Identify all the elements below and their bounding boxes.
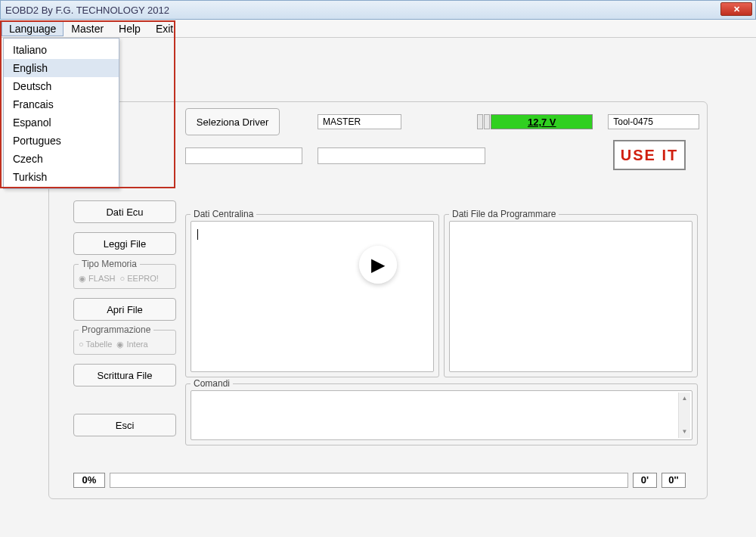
seleziona-driver-button[interactable]: Seleziona Driver [185, 108, 280, 135]
language-dropdown: Italiano English Deutsch Francais Espano… [3, 38, 119, 189]
radio-intera[interactable]: Intera [116, 340, 147, 349]
dati-file-text[interactable] [449, 221, 692, 372]
radio-eeprom[interactable]: EEPRO! [120, 274, 159, 284]
voltage-seg-2 [484, 114, 490, 129]
programmazione-label: Programmazione [79, 324, 153, 335]
mid-field-2 [318, 147, 485, 164]
apri-file-button[interactable]: Apri File [73, 298, 176, 321]
text-cursor [197, 229, 198, 240]
scroll-up-icon[interactable]: ▲ [679, 393, 690, 405]
dati-file-group: Dati File da Programmare [444, 214, 698, 377]
status-bar: 0% 0' 0'' [73, 473, 686, 488]
lang-english[interactable]: English [4, 59, 119, 77]
tipo-memoria-group: Tipo Memoria FLASH EEPRO! [73, 264, 176, 289]
voltage-indicator: 12,7 V [477, 114, 593, 129]
lang-czech[interactable]: Czech [4, 150, 119, 168]
close-button[interactable]: ✕ [720, 2, 752, 16]
scroll-down-icon[interactable]: ▼ [679, 426, 690, 438]
lang-italiano[interactable]: Italiano [4, 41, 119, 59]
menu-bar: Language Master Help Exit [0, 20, 756, 38]
dati-ecu-button[interactable]: Dati Ecu [73, 200, 176, 223]
menu-exit[interactable]: Exit [148, 21, 181, 36]
esci-button[interactable]: Esci [73, 414, 176, 436]
play-overlay-icon[interactable]: ▶ [359, 246, 397, 284]
dati-centralina-group: Dati Centralina [185, 214, 439, 377]
progress-bar [110, 473, 628, 488]
tool-field: Tool-0475 [608, 114, 699, 129]
tipo-memoria-label: Tipo Memoria [79, 259, 140, 269]
side-column: Dati Ecu Leggi File Tipo Memoria FLASH E… [73, 200, 176, 436]
comandi-text[interactable]: ▲ ▼ [191, 390, 692, 440]
menu-master[interactable]: Master [64, 21, 111, 36]
scrittura-file-button[interactable]: Scrittura File [73, 364, 176, 386]
window-title: EOBD2 By F.G. TECHNOLOGY 2012 [5, 5, 169, 16]
lang-deutsch[interactable]: Deutsch [4, 77, 119, 95]
menu-language[interactable]: Language [2, 21, 64, 36]
programmazione-group: Programmazione Tabelle Intera [73, 330, 176, 355]
lang-francais[interactable]: Francais [4, 95, 119, 113]
comandi-scrollbar[interactable]: ▲ ▼ [678, 393, 690, 438]
use-it-button[interactable]: USE IT [613, 140, 686, 170]
radio-tabelle[interactable]: Tabelle [79, 340, 112, 349]
menu-help[interactable]: Help [111, 21, 148, 36]
timer-seconds: 0'' [662, 473, 686, 488]
main-frame: Seleziona Driver MASTER 12,7 V Tool-0475… [48, 101, 708, 499]
window-controls: ✕ [720, 2, 752, 16]
comandi-group: Comandi ▲ ▼ [185, 383, 698, 445]
dati-file-label: Dati File da Programmare [449, 209, 559, 219]
timer-minutes: 0' [633, 473, 657, 488]
dati-centralina-text[interactable] [191, 221, 434, 372]
radio-flash[interactable]: FLASH [79, 274, 116, 284]
master-field: MASTER [318, 114, 401, 129]
dati-centralina-label: Dati Centralina [191, 209, 256, 219]
voltage-seg-1 [477, 114, 483, 129]
comandi-label: Comandi [191, 378, 233, 389]
progress-percent: 0% [73, 473, 105, 488]
leggi-file-button[interactable]: Leggi File [73, 232, 176, 255]
lang-turkish[interactable]: Turkish [4, 168, 119, 186]
top-row: Seleziona Driver MASTER 12,7 V Tool-0475 [185, 108, 699, 135]
lang-espanol[interactable]: Espanol [4, 113, 119, 132]
lang-portugues[interactable]: Portugues [4, 132, 119, 150]
title-bar: EOBD2 By F.G. TECHNOLOGY 2012 ✕ [0, 0, 756, 20]
voltage-value: 12,7 V [491, 114, 593, 129]
mid-field-1 [185, 147, 302, 164]
